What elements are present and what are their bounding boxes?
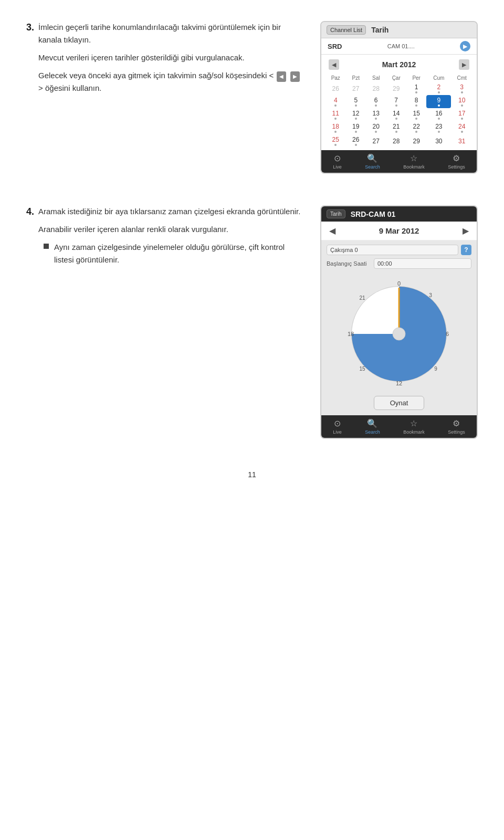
cal-day[interactable]: 4 bbox=[326, 95, 345, 108]
nav-2-search[interactable]: 🔍 Search bbox=[365, 418, 380, 435]
cal-day[interactable]: 20 bbox=[366, 121, 386, 134]
prev-date-button[interactable]: ◀ bbox=[329, 226, 335, 236]
phone-2-fields: Çakışma 0 ? Başlangıç Saati 00:00 bbox=[321, 240, 477, 276]
cal-day-selected[interactable]: 9 bbox=[426, 95, 451, 108]
cal-day[interactable]: 6 bbox=[366, 95, 386, 108]
svg-text:21: 21 bbox=[359, 295, 365, 301]
cal-day[interactable]: 13 bbox=[366, 108, 386, 121]
cal-day[interactable]: 27 bbox=[366, 134, 386, 148]
nav-settings[interactable]: ⚙ Settings bbox=[448, 153, 465, 170]
cal-day[interactable]: 11 bbox=[326, 108, 345, 121]
baslangic-input[interactable]: 00:00 bbox=[374, 258, 471, 269]
nav-2-live[interactable]: ⊙ Live bbox=[333, 418, 342, 435]
page-number: 11 bbox=[26, 470, 478, 479]
cal-day[interactable]: 23 bbox=[426, 121, 451, 134]
cal-day[interactable]: 28 bbox=[366, 82, 386, 95]
settings-icon-2: ⚙ bbox=[453, 418, 460, 428]
channel-list-button[interactable]: Channel List bbox=[327, 25, 366, 35]
nav-live-label: Live bbox=[333, 164, 342, 170]
weekday-3: Çar bbox=[386, 74, 406, 82]
phone-mockup-1: Channel List Tarih SRD CAM 01.... ▶ ◀ Ma… bbox=[320, 21, 478, 174]
section-3: 3. İmlecin geçerli tarihe konumlandırıla… bbox=[26, 21, 478, 174]
cal-day[interactable]: 3 bbox=[451, 82, 472, 95]
cal-day[interactable]: 30 bbox=[426, 134, 451, 148]
page-num-text: 11 bbox=[248, 470, 256, 479]
nav-settings-label: Settings bbox=[448, 164, 465, 170]
next-date-button[interactable]: ▶ bbox=[463, 226, 469, 236]
weekday-4: Per bbox=[406, 74, 426, 82]
cal-day[interactable]: 12 bbox=[345, 108, 365, 121]
section-3-para-1: İmlecin geçerli tarihe konumlandırılacağ… bbox=[38, 21, 304, 46]
nav-2-settings[interactable]: ⚙ Settings bbox=[448, 418, 465, 435]
weekday-6: Cmt bbox=[451, 74, 472, 82]
cal-day[interactable]: 16 bbox=[426, 108, 451, 121]
cakisma-field-row: Çakışma 0 ? bbox=[327, 245, 471, 255]
phone-2-nav-bar: ⊙ Live 🔍 Search ☆ Bookmark ⚙ Settings bbox=[321, 415, 477, 438]
cal-day[interactable]: 29 bbox=[386, 82, 406, 95]
baslangic-field-row: Başlangıç Saati 00:00 bbox=[327, 258, 471, 269]
settings-icon: ⚙ bbox=[453, 153, 460, 163]
cal-day[interactable]: 2 bbox=[426, 82, 451, 95]
nav-search[interactable]: 🔍 Search bbox=[365, 153, 380, 170]
section-3-text: 3. İmlecin geçerli tarihe konumlandırıla… bbox=[26, 21, 320, 174]
svg-text:15: 15 bbox=[359, 366, 365, 372]
calendar: ◀ Mart 2012 ▶ Paz Pzt Sal Çar Per bbox=[321, 55, 477, 150]
cal-day[interactable]: 7 bbox=[386, 95, 406, 108]
cal-day[interactable]: 28 bbox=[386, 134, 406, 148]
cal-day[interactable]: 27 bbox=[345, 82, 365, 95]
bookmark-icon: ☆ bbox=[410, 153, 417, 163]
svg-text:9: 9 bbox=[434, 366, 437, 372]
cal-day[interactable]: 15 bbox=[406, 108, 426, 121]
cal-day[interactable]: 25 bbox=[326, 134, 345, 148]
play-button[interactable]: Oynat bbox=[374, 396, 425, 410]
section-4-para-1: Aramak istediğiniz bir aya tıklarsanız z… bbox=[38, 205, 304, 218]
phone-2-date-row: ◀ 9 Mar 2012 ▶ bbox=[321, 222, 477, 240]
cal-day[interactable]: 1 bbox=[406, 82, 426, 95]
cal-day[interactable]: 26 bbox=[326, 82, 345, 95]
cakisma-input[interactable]: Çakışma 0 bbox=[327, 245, 458, 255]
cal-day[interactable]: 29 bbox=[406, 134, 426, 148]
cal-day[interactable]: 19 bbox=[345, 121, 365, 134]
section-3-para-2: Mevcut verileri içeren tarihler gösteril… bbox=[38, 51, 304, 64]
nav-2-bookmark-label: Bookmark bbox=[403, 429, 425, 435]
baslangic-label: Başlangıç Saati bbox=[327, 260, 374, 267]
cal-day[interactable]: 26 bbox=[345, 134, 365, 148]
prev-month-button[interactable]: ◀ bbox=[329, 59, 339, 70]
nav-search-label: Search bbox=[365, 164, 380, 170]
cal-day[interactable]: 31 bbox=[451, 134, 472, 148]
nav-2-bookmark[interactable]: ☆ Bookmark bbox=[403, 418, 425, 435]
cal-day[interactable]: 5 bbox=[345, 95, 365, 108]
weekday-2: Sal bbox=[366, 74, 386, 82]
phone-1-srd-row: SRD CAM 01.... ▶ bbox=[321, 38, 477, 55]
weekday-0: Paz bbox=[326, 74, 345, 82]
cal-day[interactable]: 10 bbox=[451, 95, 472, 108]
left-nav-arrow[interactable]: ◀ bbox=[277, 71, 286, 82]
svg-text:6: 6 bbox=[446, 331, 449, 337]
phone-2-header: Tarih SRD-CAM 01 bbox=[321, 206, 477, 222]
next-month-button[interactable]: ▶ bbox=[459, 59, 469, 70]
section-4-text: 4. Aramak istediğiniz bir aya tıklarsanı… bbox=[26, 205, 320, 439]
cal-day[interactable]: 22 bbox=[406, 121, 426, 134]
section-4-sub-bullet: Aynı zaman çizelgesinde yinelemeler oldu… bbox=[54, 241, 304, 266]
weekday-1: Pzt bbox=[345, 74, 365, 82]
nav-2-search-label: Search bbox=[365, 429, 380, 435]
phone-mockup-2: Tarih SRD-CAM 01 ◀ 9 Mar 2012 ▶ Çakışma … bbox=[320, 205, 478, 439]
calendar-grid: Paz Pzt Sal Çar Per Cum Cmt 26 bbox=[326, 74, 472, 148]
sub-bullet: Aynı zaman çizelgesinde yinelemeler oldu… bbox=[38, 241, 304, 271]
cal-day[interactable]: 21 bbox=[386, 121, 406, 134]
page: 3. İmlecin geçerli tarihe konumlandırıla… bbox=[0, 0, 504, 840]
right-nav-arrow[interactable]: ▶ bbox=[290, 71, 300, 82]
svg-text:0: 0 bbox=[397, 281, 401, 287]
cal-day[interactable]: 24 bbox=[451, 121, 472, 134]
srd-label: SRD bbox=[328, 43, 342, 50]
cal-day[interactable]: 18 bbox=[326, 121, 345, 134]
help-button[interactable]: ? bbox=[461, 245, 471, 255]
cam-arrow-button[interactable]: ▶ bbox=[460, 41, 470, 51]
nav-bookmark[interactable]: ☆ Bookmark bbox=[403, 153, 425, 170]
cal-day[interactable]: 8 bbox=[406, 95, 426, 108]
cal-day[interactable]: 14 bbox=[386, 108, 406, 121]
nav-live[interactable]: ⊙ Live bbox=[333, 153, 342, 170]
clock-chart: 0 6 12 18 3 9 15 21 bbox=[346, 281, 452, 386]
cal-day[interactable]: 17 bbox=[451, 108, 472, 121]
svg-text:3: 3 bbox=[429, 292, 432, 298]
